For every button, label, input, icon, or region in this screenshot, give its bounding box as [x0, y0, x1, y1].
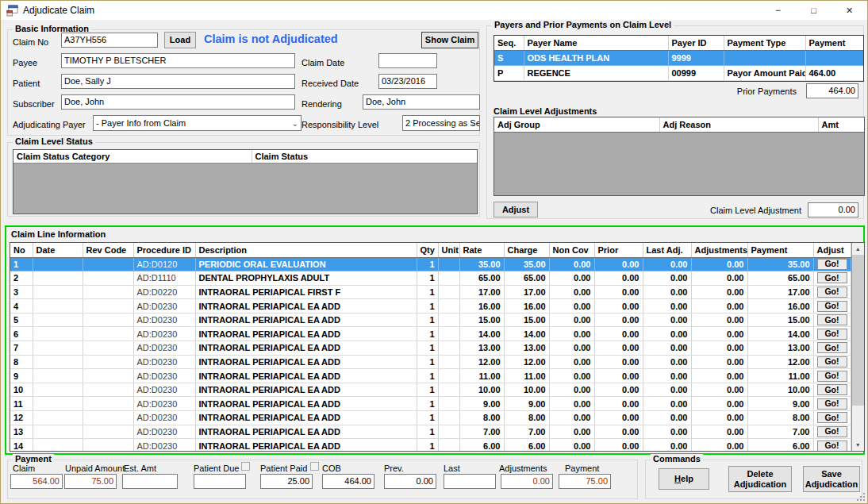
column-header-rate[interactable]: Rate	[459, 243, 504, 257]
column-header-amt[interactable]: Amt	[818, 117, 864, 132]
cell-non_cov: 0.00	[549, 313, 594, 327]
go-button[interactable]: Go!	[817, 287, 847, 298]
go-button[interactable]: Go!	[817, 441, 847, 452]
table-row[interactable]: 2AD:D1110DENTAL PROPHYLAXIS ADULT165.006…	[10, 271, 851, 286]
scrollbar-track[interactable]	[852, 255, 865, 439]
column-header-last-adj-[interactable]: Last Adj.	[643, 243, 691, 257]
delete-adjudication-button[interactable]: Delete Adjudication	[728, 466, 792, 492]
table-row[interactable]: 12AD:D0230INTRAORAL PERIAPICAL EA ADD18.…	[10, 411, 851, 425]
scroll-up-icon[interactable]: ▲	[852, 243, 865, 255]
adjudicating-payer-dropdown[interactable]: - Payer Info from Claim ⌄	[93, 115, 301, 131]
payee-input[interactable]: TIMOTHY P BLETSCHER	[61, 53, 295, 68]
received-date-input[interactable]: 03/23/2016	[378, 74, 437, 89]
patient-due-input[interactable]	[194, 474, 246, 489]
column-header-qty[interactable]: Qty	[417, 243, 438, 257]
table-row[interactable]: PREGENCE00999Payor Amount Paid464.00	[494, 65, 863, 80]
column-header-claim-status-category[interactable]: Claim Status Category	[13, 150, 252, 163]
cell-adjustments: 0.00	[691, 383, 747, 397]
go-button[interactable]: Go!	[817, 356, 847, 367]
close-button[interactable]: ✕	[832, 1, 867, 20]
column-header-procedure-id[interactable]: Procedure ID	[133, 243, 195, 257]
minimize-button[interactable]: −	[760, 1, 796, 20]
column-header-no[interactable]: No	[10, 243, 33, 257]
go-button[interactable]: Go!	[817, 371, 847, 382]
table-row[interactable]: 10AD:D0230INTRAORAL PERIAPICAL EA ADD110…	[10, 383, 851, 397]
show-claim-button[interactable]: Show Claim	[421, 32, 478, 48]
rendering-input[interactable]: Doe, John	[363, 94, 480, 110]
table-row[interactable]: 3AD:D0220INTRAORAL PERIAPICAL FIRST F117…	[10, 285, 851, 299]
column-header-charge[interactable]: Charge	[504, 243, 549, 257]
go-button[interactable]: Go!	[817, 426, 847, 437]
go-button[interactable]: Go!	[817, 342, 847, 353]
column-header-rev-code[interactable]: Rev Code	[83, 243, 133, 257]
claim-level-adjustment-input[interactable]: 0.00	[808, 202, 858, 217]
payment-amount-input[interactable]: 75.00	[559, 474, 611, 489]
column-header-adjust[interactable]: Adjust	[813, 243, 851, 257]
column-header-payment[interactable]: Payment	[747, 243, 813, 257]
vertical-scrollbar[interactable]: ▲ ▼	[851, 243, 865, 451]
go-button[interactable]: Go!	[817, 412, 847, 423]
responsibility-level-dropdown[interactable]: 2 Processing as Second ⌄	[402, 115, 480, 131]
column-header-prior[interactable]: Prior	[594, 243, 643, 257]
column-header-seq-[interactable]: Seq.	[494, 36, 524, 50]
cell-description: INTRAORAL PERIAPICAL EA ADD	[195, 397, 417, 411]
cell-rate: 16.00	[459, 299, 504, 314]
adjust-button[interactable]: Adjust	[494, 202, 538, 217]
cell-qty: 1	[417, 369, 438, 383]
prev-input[interactable]: 0.00	[384, 474, 436, 489]
go-button[interactable]: Go!	[817, 259, 847, 270]
claim-no-input[interactable]: A37YH556	[61, 33, 158, 48]
last-input[interactable]	[444, 474, 496, 489]
prior-payments-input[interactable]: 464.00	[806, 83, 858, 98]
unpaid-amount-input[interactable]: 75.00	[64, 474, 117, 489]
table-row[interactable]: 9AD:D0230INTRAORAL PERIAPICAL EA ADD111.…	[10, 369, 851, 383]
table-row[interactable]: 8AD:D0230INTRAORAL PERIAPICAL EA ADD112.…	[10, 355, 851, 369]
go-button[interactable]: Go!	[817, 329, 847, 340]
cob-input[interactable]: 464.00	[322, 474, 374, 489]
adjustments-input[interactable]: 0.00	[501, 474, 553, 489]
claim-date-input[interactable]	[378, 53, 437, 68]
column-header-claim-status[interactable]: Claim Status	[252, 150, 477, 163]
column-header-payment-type[interactable]: Payment Type	[724, 36, 805, 50]
scrollbar-thumb[interactable]	[852, 255, 865, 406]
table-row[interactable]: 13AD:D0230INTRAORAL PERIAPICAL EA ADD17.…	[10, 425, 851, 439]
table-row[interactable]: SODS HEALTH PLAN9999	[494, 50, 863, 65]
patient-paid-checkbox[interactable]	[310, 462, 319, 471]
subscriber-input[interactable]: Doe, John	[61, 94, 295, 110]
column-header-non-cov[interactable]: Non Cov	[549, 243, 594, 257]
load-button[interactable]: Load	[164, 32, 196, 48]
maximize-button[interactable]: □	[796, 1, 832, 20]
help-button[interactable]: Help	[659, 468, 709, 490]
table-row[interactable]: 5AD:D0230INTRAORAL PERIAPICAL EA ADD115.…	[10, 313, 851, 327]
est-amt-input[interactable]	[122, 474, 178, 489]
patient-input[interactable]: Doe, Sally J	[61, 74, 295, 89]
table-row[interactable]: 11AD:D0230INTRAORAL PERIAPICAL EA ADD19.…	[10, 397, 851, 411]
claim-amount-input[interactable]: 564.00	[10, 474, 63, 489]
patient-due-checkbox[interactable]	[241, 462, 250, 471]
column-header-unit[interactable]: Unit	[438, 243, 459, 257]
table-row[interactable]: 6AD:D0230INTRAORAL PERIAPICAL EA ADD114.…	[10, 327, 851, 341]
table-row[interactable]: 1AD:D0120PERIODIC ORAL EVALUATION135.003…	[10, 257, 851, 271]
column-header-date[interactable]: Date	[33, 243, 83, 257]
table-row[interactable]: 14AD:D0230INTRAORAL PERIAPICAL EA ADD16.…	[10, 439, 851, 452]
column-header-payment[interactable]: Payment	[805, 36, 863, 50]
go-button[interactable]: Go!	[817, 384, 847, 395]
column-header-adj-reason[interactable]: Adj Reason	[659, 117, 818, 132]
save-adjudication-button[interactable]: Save Adjudication	[803, 466, 860, 492]
table-row[interactable]: 7AD:D0230INTRAORAL PERIAPICAL EA ADD113.…	[10, 341, 851, 356]
column-header-adj-group[interactable]: Adj Group	[494, 117, 659, 132]
cell-payment: 8.00	[747, 411, 813, 425]
resize-grip[interactable]	[856, 492, 866, 502]
go-button[interactable]: Go!	[817, 314, 847, 325]
patient-paid-input[interactable]: 25.00	[260, 474, 313, 489]
scroll-down-icon[interactable]: ▼	[852, 439, 865, 451]
go-button[interactable]: Go!	[817, 301, 847, 312]
column-header-description[interactable]: Description	[195, 243, 417, 257]
column-header-payer-id[interactable]: Payer ID	[668, 36, 724, 50]
table-row[interactable]: 4AD:D0230INTRAORAL PERIAPICAL EA ADD116.…	[10, 299, 851, 314]
go-button[interactable]: Go!	[817, 398, 847, 410]
column-header-payer-name[interactable]: Payer Name	[524, 36, 668, 50]
column-header-adjustments[interactable]: Adjustments	[691, 243, 747, 257]
go-button[interactable]: Go!	[817, 272, 847, 283]
cell-payment: 65.00	[747, 271, 813, 286]
